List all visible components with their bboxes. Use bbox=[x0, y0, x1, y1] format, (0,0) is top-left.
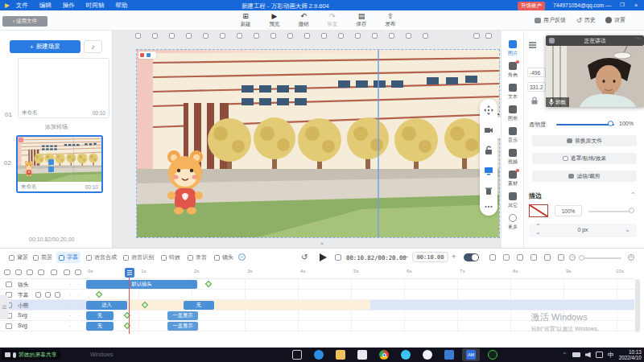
webcam-expand-icon[interactable] bbox=[549, 38, 555, 43]
playhead-line[interactable] bbox=[129, 278, 130, 334]
fit-range-icon[interactable] bbox=[544, 254, 551, 261]
add-group-icon[interactable] bbox=[4, 269, 10, 275]
tab-speech-synthesis[interactable]: 语音合成 bbox=[84, 252, 119, 263]
search-app-icon[interactable] bbox=[423, 350, 432, 360]
user-feedback-button[interactable]: 用户反馈 bbox=[535, 16, 566, 24]
track-lock-dot[interactable]: · bbox=[69, 280, 72, 288]
track-eye-dot[interactable]: · bbox=[78, 311, 80, 319]
canvas-tool-icon-11[interactable] bbox=[304, 33, 310, 39]
preview-button[interactable]: ▶预览 bbox=[261, 12, 288, 29]
canvas-tool-icon-13[interactable] bbox=[338, 33, 344, 39]
filter-crop-button[interactable]: 滤镜/裁剪 bbox=[532, 171, 637, 182]
qq-browser-icon[interactable] bbox=[401, 350, 411, 360]
tab-effects[interactable]: 特效 bbox=[159, 252, 183, 263]
scene-thumbnail-1[interactable]: 未命名00:10 bbox=[18, 58, 109, 118]
edge-browser-icon[interactable] bbox=[314, 350, 324, 360]
move-track-up-icon[interactable] bbox=[27, 269, 33, 275]
tab-subtitle[interactable]: 字幕 bbox=[56, 252, 80, 263]
menu-help[interactable]: 帮助 bbox=[115, 2, 127, 10]
rail-item-shape[interactable]: 图形 bbox=[502, 105, 524, 125]
collapse-section-chevron[interactable]: ⌃ bbox=[630, 191, 636, 199]
trash-icon[interactable] bbox=[484, 186, 493, 195]
menu-edit[interactable]: 编辑 bbox=[39, 2, 52, 10]
minimize-button[interactable]: — bbox=[605, 2, 612, 9]
background-music-button[interactable]: ♪ bbox=[84, 40, 102, 53]
canvas-tool-icon-3[interactable] bbox=[169, 33, 175, 39]
more-options-icon[interactable] bbox=[484, 202, 493, 212]
edit-subtitle-icon[interactable] bbox=[489, 254, 496, 261]
timeline-ruler[interactable]: 0s 1s 2s 3s 4s 5s 6s 7s 8s 9s 10s bbox=[0, 266, 634, 279]
rail-item-text[interactable]: 文本 bbox=[502, 84, 524, 104]
rail-item-music[interactable]: 音乐 bbox=[502, 127, 524, 147]
track-eye-dot[interactable]: · bbox=[78, 322, 80, 330]
opacity-slider-knob[interactable] bbox=[608, 121, 613, 126]
duration-minus-button[interactable]: − bbox=[404, 253, 408, 261]
canvas-tool-icon-6[interactable] bbox=[220, 33, 225, 39]
rail-item-image[interactable]: 图片 bbox=[502, 40, 524, 60]
grid-toggle-icon[interactable] bbox=[473, 33, 480, 39]
move-track-down-icon[interactable] bbox=[38, 269, 44, 275]
visibility-icon[interactable] bbox=[75, 269, 81, 275]
track-lock-dot[interactable]: · bbox=[69, 290, 72, 298]
screen-share-indicator[interactable]: 郭效的屏幕共享 bbox=[2, 350, 60, 360]
track-lock-dot[interactable]: · bbox=[69, 322, 72, 330]
ime-indicator[interactable]: 中 bbox=[608, 351, 614, 360]
bear-exit-clip[interactable]: 无 bbox=[184, 301, 214, 310]
track-eye-dot[interactable]: · bbox=[78, 301, 80, 309]
camera-chip-icon[interactable] bbox=[48, 159, 54, 165]
rail-item-more[interactable]: 更多 bbox=[502, 214, 524, 234]
publish-button[interactable]: ⇧发布 bbox=[377, 12, 404, 29]
collapsed-panel-handle[interactable]: ☰ bbox=[0, 295, 9, 319]
scene-thumbnail-2[interactable]: 未命名00:10 bbox=[16, 135, 103, 193]
menu-file[interactable]: 文件 bbox=[16, 2, 28, 10]
unlock-icon[interactable] bbox=[484, 146, 493, 155]
group-icon[interactable] bbox=[15, 269, 22, 275]
track-lock-dot[interactable]: · bbox=[69, 311, 72, 319]
history-button[interactable]: ↺历史 bbox=[576, 16, 596, 24]
notification-icon[interactable] bbox=[596, 352, 603, 358]
zoom-in-icon[interactable]: + bbox=[628, 254, 634, 261]
lock-track-icon[interactable] bbox=[64, 269, 70, 275]
y-position-field[interactable]: 331.2 bbox=[527, 82, 546, 92]
wegame-icon[interactable] bbox=[488, 350, 497, 360]
tab-recording[interactable]: 录音 bbox=[185, 252, 209, 263]
add-transition-button[interactable]: 添加转场 bbox=[0, 123, 113, 131]
remove-track-icon[interactable]: − bbox=[238, 253, 246, 261]
new-button[interactable]: ⊞新建 bbox=[232, 12, 259, 29]
canvas-stage[interactable] bbox=[137, 50, 499, 237]
back-to-files-button[interactable]: ‹使用文件 bbox=[2, 16, 47, 27]
canvas-tool-icon-17[interactable] bbox=[406, 33, 411, 39]
canvas-tool-icon-4[interactable] bbox=[186, 33, 192, 39]
canvas-tool-icon-2[interactable] bbox=[152, 33, 158, 39]
bear-entrance-clip[interactable]: 进入 bbox=[86, 301, 127, 310]
mask-sticker-effect-button[interactable]: 遮罩/贴纸/效果 bbox=[532, 153, 637, 164]
volume-icon[interactable] bbox=[585, 352, 591, 358]
move-tool-icon[interactable] bbox=[484, 105, 493, 115]
stepper-dropdown-icon[interactable]: ⌄ bbox=[625, 226, 630, 233]
subtitle-import-icon[interactable] bbox=[55, 292, 60, 298]
canvas-tool-icon-1[interactable] bbox=[135, 33, 141, 39]
canvas-tool-icon-18[interactable] bbox=[423, 33, 428, 39]
webcam-more-icon[interactable]: ⋯ bbox=[635, 35, 641, 42]
store-icon[interactable] bbox=[357, 350, 367, 360]
track-bear-selected[interactable]: 小熊 ·· 进入 无 bbox=[0, 300, 634, 311]
redo-button[interactable]: ↷恢复 bbox=[319, 12, 346, 29]
canvas-tool-icon-7[interactable] bbox=[237, 33, 242, 39]
rail-item-character[interactable]: 角色 bbox=[502, 62, 524, 82]
stroke-opacity-slider[interactable] bbox=[588, 211, 634, 212]
autoplay-toggle[interactable] bbox=[464, 253, 479, 261]
account-email[interactable]: 744971054@qq.com bbox=[553, 2, 604, 8]
new-scene-button[interactable]: +新建场景 bbox=[10, 40, 80, 53]
svg-entrance-clip[interactable]: 无 bbox=[86, 322, 114, 331]
rail-item-video[interactable]: 视频 bbox=[502, 149, 524, 169]
zoom-slider-knob[interactable] bbox=[579, 255, 584, 261]
canvas-corner-chip[interactable] bbox=[138, 51, 156, 59]
subtitle-edit-icon[interactable] bbox=[35, 292, 41, 298]
zoom-out-icon[interactable]: − bbox=[569, 254, 576, 261]
canvas-tool-icon-12[interactable] bbox=[321, 33, 327, 39]
battery-icon[interactable] bbox=[572, 352, 580, 357]
mic-chip-icon[interactable] bbox=[48, 167, 54, 172]
svg-hold-clip[interactable]: 一直显示 bbox=[167, 311, 198, 320]
play-button[interactable] bbox=[320, 253, 327, 261]
tab-background[interactable]: 背景 bbox=[6, 252, 31, 263]
